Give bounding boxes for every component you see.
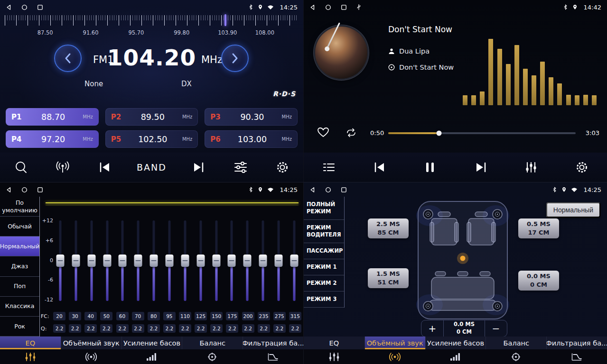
preset-button[interactable]: P5 102.50 MHz: [105, 130, 198, 148]
settings-gear-button[interactable]: [272, 161, 292, 174]
back-button[interactable]: [6, 4, 12, 10]
repeat-button[interactable]: [345, 128, 358, 137]
recents-button[interactable]: [37, 187, 43, 193]
back-button[interactable]: [309, 4, 316, 10]
preset-button[interactable]: P2 89.50 MHz: [105, 108, 198, 126]
eq-preset-item[interactable]: По умолчанию: [0, 197, 39, 217]
eq-preset-item[interactable]: Поп: [0, 277, 39, 297]
preset-button[interactable]: P3 90.30 MHz: [205, 108, 298, 126]
listening-mode-item[interactable]: РЕЖИМ 2: [304, 275, 344, 291]
tab-bass-boost[interactable]: Усиление басов: [425, 337, 486, 364]
tab-bass-boost[interactable]: Усиление басов: [121, 337, 182, 364]
eq-preset-item[interactable]: Нормальный: [0, 237, 39, 256]
home-button[interactable]: [21, 187, 28, 193]
eq-band-slider[interactable]: [134, 220, 142, 301]
slider-handle[interactable]: [103, 255, 111, 267]
tab-filter[interactable]: Фильтрация ба...: [243, 337, 303, 364]
aps-broadcast-button[interactable]: [53, 161, 73, 173]
settings-gear-button[interactable]: [572, 161, 592, 174]
listening-mode-item[interactable]: РЕЖИМ 1: [304, 259, 344, 275]
slider-handle[interactable]: [150, 255, 158, 267]
listening-mode-item[interactable]: ПАССАЖИР: [304, 243, 344, 259]
back-button[interactable]: [6, 187, 12, 193]
slider-handle[interactable]: [87, 255, 95, 267]
eq-preset-item[interactable]: Обычай: [0, 217, 39, 237]
band-button[interactable]: BAND: [137, 162, 167, 173]
tab-filter[interactable]: Фильтрация ба...: [546, 337, 607, 364]
tab-balance[interactable]: Баланс: [182, 337, 243, 364]
next-station-button[interactable]: [188, 162, 208, 173]
eq-band-slider[interactable]: [72, 220, 80, 301]
eq-preset-item[interactable]: Классика: [0, 297, 39, 317]
slider-handle[interactable]: [166, 255, 174, 267]
scan-button[interactable]: [11, 160, 31, 174]
slider-handle[interactable]: [259, 255, 267, 267]
eq-band-slider[interactable]: [87, 220, 96, 301]
seek-bar[interactable]: [388, 132, 576, 134]
home-button[interactable]: [325, 187, 331, 193]
tab-eq[interactable]: EQ: [304, 337, 364, 364]
front-left-delay[interactable]: 2.5 MS 85 CM: [368, 218, 409, 238]
eq-band-slider[interactable]: [103, 220, 112, 301]
tab-surround[interactable]: Объёмный звук: [364, 337, 425, 364]
slider-handle[interactable]: [228, 255, 236, 267]
delay-increase-button[interactable]: +: [421, 320, 443, 337]
slider-handle[interactable]: [275, 255, 283, 267]
eq-band-slider[interactable]: [259, 220, 267, 301]
slider-handle[interactable]: [56, 255, 65, 267]
rear-left-delay[interactable]: 1.5 MS 51 CM: [368, 268, 409, 288]
eq-preset-item[interactable]: Джаз: [0, 256, 39, 276]
listening-mode-item[interactable]: РЕЖИМ 3: [304, 291, 344, 308]
frequency-scale[interactable]: 87.50 91.60 95.70 99.80 103.90 108.00: [0, 14, 303, 39]
tune-up-button[interactable]: [221, 45, 249, 72]
front-right-delay[interactable]: 0.5 MS 17 CM: [518, 218, 559, 238]
back-button[interactable]: [309, 187, 316, 193]
tab-surround[interactable]: Объёмный звук: [61, 337, 121, 364]
slider-handle[interactable]: [196, 255, 205, 267]
previous-station-button[interactable]: [95, 162, 115, 173]
eq-preset-item[interactable]: Рок: [0, 317, 39, 337]
previous-track-button[interactable]: [370, 162, 390, 173]
audio-settings-button[interactable]: [231, 162, 251, 173]
equalizer-button[interactable]: [521, 162, 541, 173]
slider-handle[interactable]: [243, 255, 252, 267]
scale-label: 103.90: [218, 29, 237, 36]
slider-handle[interactable]: [119, 255, 127, 267]
eq-band-slider[interactable]: [118, 220, 127, 301]
next-track-button[interactable]: [471, 162, 491, 173]
listening-mode-item[interactable]: ПОЛНЫЙ РЕЖИМ: [304, 197, 344, 220]
recents-button[interactable]: [341, 187, 347, 193]
slider-handle[interactable]: [212, 255, 220, 267]
eq-band-slider[interactable]: [243, 220, 252, 301]
rear-right-delay[interactable]: 0.0 MS 0 CM: [518, 271, 559, 291]
playlist-button[interactable]: [319, 163, 339, 172]
eq-band-slider[interactable]: [212, 220, 221, 301]
favorite-button[interactable]: [317, 127, 329, 137]
preset-button[interactable]: P1 88.70 MHz: [6, 108, 99, 126]
recents-button[interactable]: [37, 4, 43, 10]
slider-handle[interactable]: [72, 255, 80, 267]
slider-handle[interactable]: [290, 255, 298, 267]
listening-mode-item[interactable]: РЕЖИМ ВОДИТЕЛЯ: [304, 220, 344, 243]
eq-band-slider[interactable]: [274, 220, 283, 301]
slider-handle[interactable]: [134, 255, 142, 267]
preset-button[interactable]: P6 103.00 MHz: [205, 130, 298, 148]
home-button[interactable]: [21, 4, 28, 10]
slider-handle[interactable]: [181, 255, 189, 267]
eq-band-slider[interactable]: [181, 220, 189, 301]
eq-band-slider[interactable]: [290, 220, 299, 301]
tab-balance[interactable]: Баланс: [486, 337, 546, 364]
preset-button[interactable]: P4 97.20 MHz: [6, 130, 99, 148]
eq-band-slider[interactable]: [227, 220, 236, 301]
eq-band-slider[interactable]: [196, 220, 205, 301]
seek-bar-thumb[interactable]: [436, 131, 441, 136]
sound-preset-button[interactable]: Нормальный: [546, 202, 600, 218]
eq-band-slider[interactable]: [56, 220, 65, 301]
home-button[interactable]: [325, 4, 331, 10]
tab-eq[interactable]: EQ: [0, 337, 61, 364]
eq-band-slider[interactable]: [149, 220, 158, 301]
eq-band-slider[interactable]: [165, 220, 174, 301]
recents-button[interactable]: [341, 4, 347, 10]
pause-button[interactable]: [420, 162, 440, 173]
delay-decrease-button[interactable]: −: [485, 320, 507, 337]
